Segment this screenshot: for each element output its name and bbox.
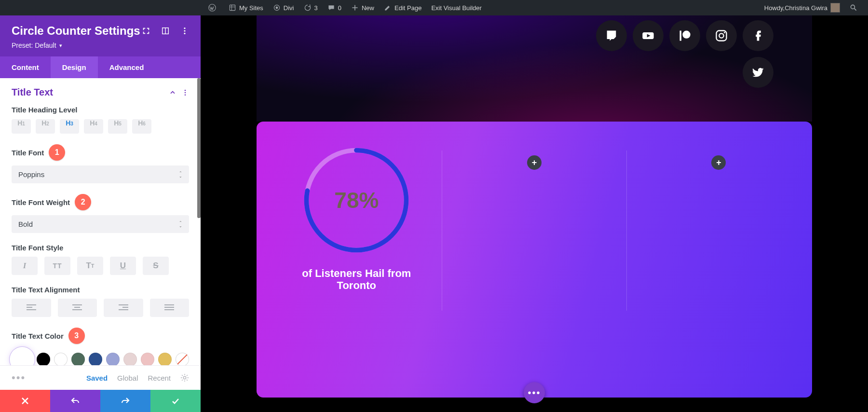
field-font-style: Title Font Style I TT TT U S bbox=[12, 244, 189, 275]
adminbar-new[interactable]: New bbox=[346, 0, 379, 15]
footer-recent[interactable]: Recent bbox=[148, 374, 171, 382]
heading-level-label: Title Heading Level bbox=[12, 106, 189, 114]
align-center[interactable] bbox=[58, 299, 97, 317]
svg-point-3 bbox=[275, 7, 278, 9]
social-instagram[interactable] bbox=[706, 20, 737, 51]
plus-icon bbox=[351, 4, 359, 12]
field-alignment: Title Text Alignment bbox=[12, 286, 189, 317]
style-smallcaps[interactable]: TT bbox=[77, 257, 103, 275]
heading-level-h1[interactable]: H1 bbox=[12, 119, 31, 134]
section-more-icon[interactable] bbox=[181, 89, 189, 96]
redo-button[interactable] bbox=[100, 390, 150, 412]
pencil-icon bbox=[384, 4, 392, 12]
svg-point-12 bbox=[183, 376, 186, 379]
align-left[interactable] bbox=[12, 299, 51, 317]
heading-level-h3[interactable]: H3 bbox=[60, 119, 79, 134]
footer-saved[interactable]: Saved bbox=[86, 374, 108, 382]
wp-admin-bar: My Sites Divi 3 0 New Edit Page Exit Vis… bbox=[0, 0, 868, 15]
scrollbar-thumb[interactable] bbox=[197, 78, 201, 218]
color-swatch[interactable] bbox=[37, 353, 50, 365]
circle-counter-title: of Listeners Hail from Toronto bbox=[290, 267, 423, 292]
style-uppercase[interactable]: TT bbox=[44, 257, 70, 275]
adminbar-edit-page[interactable]: Edit Page bbox=[379, 0, 426, 15]
tab-advanced[interactable]: Advanced bbox=[98, 56, 156, 78]
color-swatch[interactable] bbox=[71, 353, 85, 365]
field-title-font: Title Font 1 Poppins bbox=[12, 144, 189, 183]
heading-level-h4[interactable]: H4 bbox=[84, 119, 103, 134]
color-swatch[interactable] bbox=[141, 353, 154, 365]
stats-panel: + + 78% of Listeners Hail from Toronto bbox=[257, 122, 812, 398]
columns-icon[interactable] bbox=[161, 27, 170, 35]
svg-point-4 bbox=[851, 5, 854, 9]
align-justify[interactable] bbox=[150, 299, 190, 317]
section-title-text[interactable]: Title Text bbox=[12, 87, 189, 98]
title-font-label: Title Font bbox=[12, 149, 44, 157]
adminbar-exit-vb[interactable]: Exit Visual Builder bbox=[426, 0, 487, 15]
visual-builder-stage: + + 78% of Listeners Hail from Toronto •… bbox=[201, 15, 868, 412]
align-right[interactable] bbox=[104, 299, 143, 317]
font-style-label: Title Font Style bbox=[12, 244, 189, 252]
heading-level-h5[interactable]: H5 bbox=[108, 119, 127, 134]
color-swatch-selected[interactable] bbox=[12, 349, 33, 365]
heading-level-h2[interactable]: H2 bbox=[36, 119, 55, 134]
add-module-button[interactable]: + bbox=[711, 155, 726, 170]
add-module-button[interactable]: + bbox=[527, 155, 542, 170]
social-facebook[interactable] bbox=[743, 20, 773, 51]
gear-icon[interactable] bbox=[180, 373, 189, 382]
adminbar-mysites[interactable]: My Sites bbox=[224, 0, 268, 15]
tab-design[interactable]: Design bbox=[51, 56, 98, 78]
undo-button[interactable] bbox=[50, 390, 100, 412]
style-italic[interactable]: I bbox=[12, 257, 38, 275]
color-swatch[interactable] bbox=[123, 353, 137, 365]
expand-icon[interactable] bbox=[142, 27, 150, 35]
color-swatch[interactable] bbox=[89, 353, 102, 365]
adminbar-comments[interactable]: 0 bbox=[323, 0, 346, 15]
adminbar-howdy-prefix: Howdy, bbox=[764, 4, 785, 12]
adminbar-search[interactable] bbox=[845, 0, 865, 15]
adminbar-wp-logo[interactable] bbox=[203, 0, 224, 15]
footer-ellipsis[interactable]: ••• bbox=[12, 371, 77, 384]
more-icon[interactable] bbox=[180, 27, 189, 35]
preset-dropdown[interactable]: Preset: Default bbox=[12, 41, 62, 49]
color-swatch[interactable] bbox=[106, 353, 120, 365]
sidebar-tabs: Content Design Advanced bbox=[0, 56, 201, 78]
adminbar-updates[interactable]: 3 bbox=[299, 0, 323, 15]
social-patreon[interactable] bbox=[669, 20, 700, 51]
avatar bbox=[830, 3, 840, 13]
style-strike[interactable]: S bbox=[143, 257, 169, 275]
title-weight-select[interactable]: Bold bbox=[12, 215, 189, 233]
social-youtube[interactable] bbox=[633, 20, 664, 51]
color-swatch[interactable] bbox=[54, 353, 68, 365]
adminbar-exit-vb-label: Exit Visual Builder bbox=[431, 4, 482, 12]
svg-point-18 bbox=[724, 32, 725, 33]
adminbar-comments-count: 0 bbox=[338, 4, 341, 12]
svg-point-8 bbox=[184, 33, 185, 34]
svg-point-9 bbox=[185, 89, 186, 91]
circle-counter-percent: 78% bbox=[301, 145, 412, 256]
hero-section bbox=[257, 15, 812, 122]
circle-counter-module[interactable]: 78% of Listeners Hail from Toronto bbox=[290, 145, 423, 292]
comment-icon bbox=[327, 4, 335, 12]
social-icons-row2 bbox=[743, 57, 773, 88]
save-button[interactable] bbox=[150, 390, 201, 412]
sidebar-footer-links: ••• Saved Global Recent bbox=[0, 365, 201, 390]
color-swatch[interactable] bbox=[158, 353, 172, 365]
social-twitter[interactable] bbox=[743, 57, 773, 88]
column-divider bbox=[626, 151, 627, 311]
tab-content[interactable]: Content bbox=[0, 56, 51, 78]
adminbar-howdy[interactable]: Howdy, Christina Gwira bbox=[760, 0, 845, 15]
social-twitch[interactable] bbox=[596, 20, 627, 51]
title-font-select[interactable]: Poppins bbox=[12, 165, 189, 183]
adminbar-updates-count: 3 bbox=[314, 4, 318, 12]
footer-global[interactable]: Global bbox=[117, 374, 138, 382]
color-swatch[interactable] bbox=[176, 353, 189, 365]
cancel-button[interactable] bbox=[0, 390, 50, 412]
svg-point-11 bbox=[185, 94, 186, 96]
style-underline[interactable]: U bbox=[110, 257, 136, 275]
chevron-up-icon[interactable] bbox=[169, 89, 176, 96]
builder-fab[interactable]: ••• bbox=[524, 382, 545, 403]
adminbar-divi[interactable]: Divi bbox=[268, 0, 299, 15]
settings-sidebar: Circle Counter Settings Preset: Default … bbox=[0, 15, 201, 412]
field-title-weight: Title Font Weight 2 Bold bbox=[12, 194, 189, 233]
heading-level-h6[interactable]: H6 bbox=[132, 119, 151, 134]
